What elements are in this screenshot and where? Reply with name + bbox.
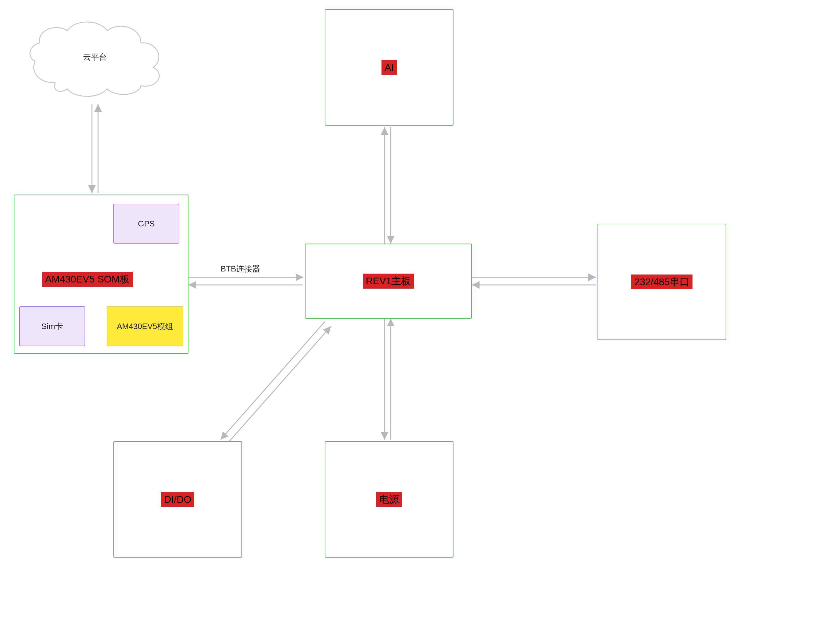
edge-rev1-serial: [472, 277, 596, 285]
som-label: AM430EV5 SOM板: [42, 272, 133, 287]
edge-label-btb: BTB连接器: [221, 264, 260, 274]
node-sim: Sim卡: [19, 306, 85, 346]
ai-label: AI: [382, 60, 397, 75]
edge-cloud-som: [92, 104, 98, 193]
serial-label: 232/485串口: [631, 275, 692, 289]
svg-line-9: [227, 326, 331, 444]
rev1-label: REV1主板: [363, 274, 414, 289]
node-cloud: 云平台: [18, 12, 172, 104]
node-rev1: REV1主板: [305, 243, 472, 319]
node-ai: AI: [325, 9, 454, 126]
node-power: 电源: [325, 441, 454, 558]
node-module: AM430EV5模组: [107, 306, 183, 346]
node-dido: DI/DO: [113, 441, 242, 558]
edge-rev1-dido: [221, 322, 331, 444]
edge-som-rev1: [188, 277, 303, 285]
gps-label: GPS: [138, 219, 155, 229]
cloud-label: 云平台: [83, 52, 107, 62]
edge-rev1-power: [385, 319, 391, 440]
sim-label: Sim卡: [41, 321, 63, 332]
power-label: 电源: [376, 492, 402, 507]
module-label: AM430EV5模组: [117, 321, 173, 332]
node-serial: 232/485串口: [597, 224, 726, 340]
node-gps: GPS: [113, 204, 179, 243]
svg-line-8: [221, 322, 325, 440]
dido-label: DI/DO: [161, 492, 194, 507]
edge-rev1-ai: [385, 127, 391, 243]
